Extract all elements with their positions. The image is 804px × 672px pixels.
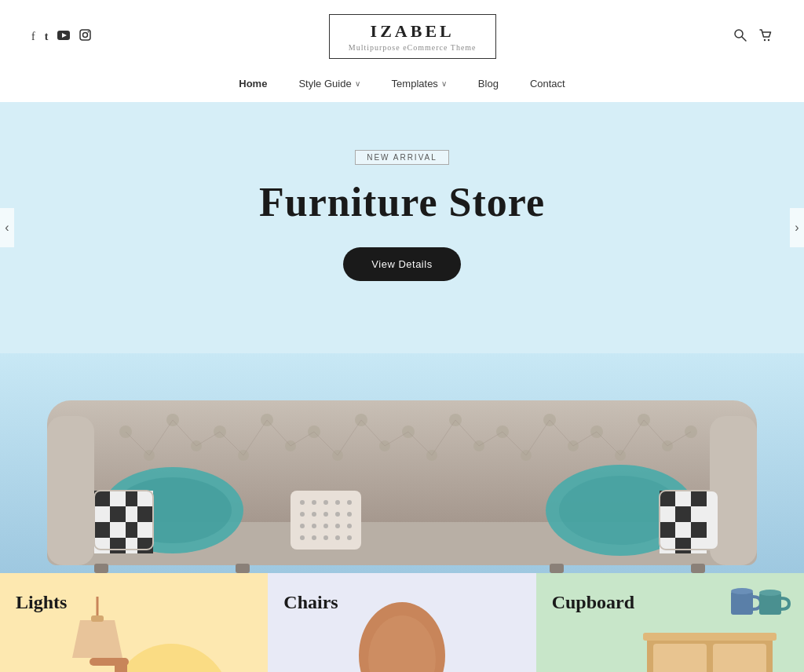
svg-point-85	[347, 535, 352, 540]
svg-rect-123	[691, 564, 705, 573]
svg-point-66	[300, 500, 305, 505]
nav-home[interactable]: Home	[239, 78, 267, 89]
sofa-illustration	[0, 353, 804, 573]
svg-point-71	[300, 512, 305, 517]
svg-rect-121	[236, 564, 250, 573]
svg-point-83	[323, 535, 328, 540]
svg-point-77	[312, 524, 316, 528]
logo-area: IZABEL Multipurpose eCommerce Theme	[329, 14, 496, 59]
nav-contact[interactable]: Contact	[530, 78, 565, 89]
new-arrival-badge: NEW ARRIVAL	[355, 150, 449, 165]
svg-rect-144	[643, 633, 777, 641]
cupboard-svg	[639, 612, 796, 672]
svg-rect-116	[660, 538, 675, 553]
svg-rect-141	[759, 593, 781, 615]
category-chairs[interactable]: Chairs	[268, 573, 535, 672]
svg-rect-112	[691, 506, 707, 522]
svg-rect-113	[660, 522, 675, 538]
svg-point-72	[312, 512, 316, 517]
svg-rect-115	[691, 522, 707, 538]
svg-rect-110	[660, 506, 675, 522]
svg-point-84	[335, 535, 340, 540]
svg-rect-108	[675, 491, 691, 506]
svg-rect-145	[653, 644, 707, 672]
svg-rect-101	[94, 538, 110, 553]
svg-point-81	[300, 535, 305, 540]
svg-rect-114	[675, 522, 691, 538]
svg-rect-109	[691, 491, 707, 506]
hero-prev-arrow[interactable]: ‹	[0, 208, 14, 247]
chair-svg	[331, 597, 473, 672]
svg-point-68	[323, 500, 328, 505]
svg-point-79	[335, 524, 340, 528]
youtube-icon[interactable]	[57, 31, 70, 43]
view-details-button[interactable]: View Details	[343, 247, 460, 281]
svg-marker-126	[72, 620, 122, 658]
svg-rect-146	[713, 644, 766, 672]
svg-point-3	[83, 33, 88, 38]
logo-border: IZABEL Multipurpose eCommerce Theme	[329, 14, 496, 59]
sofa-scene	[0, 353, 804, 573]
templates-chevron: ∨	[441, 79, 447, 88]
svg-point-69	[335, 500, 340, 505]
svg-rect-111	[675, 506, 691, 522]
svg-point-67	[312, 500, 316, 505]
brand-subtitle: Multipurpose eCommerce Theme	[349, 43, 477, 52]
nav-blog[interactable]: Blog	[478, 78, 499, 89]
hero-next-arrow[interactable]: ›	[790, 208, 804, 247]
svg-rect-120	[94, 564, 108, 573]
svg-point-76	[300, 524, 305, 528]
svg-rect-90	[110, 491, 126, 506]
svg-rect-104	[137, 538, 153, 553]
svg-rect-117	[675, 538, 691, 553]
top-bar: f t IZABEL Multipurpose eCommerce Theme	[0, 0, 804, 67]
cart-icon[interactable]	[758, 28, 773, 46]
svg-point-78	[323, 524, 328, 528]
svg-line-6	[742, 37, 746, 41]
search-icon[interactable]	[733, 28, 747, 46]
category-lights[interactable]: Lights	[0, 573, 268, 672]
twitter-icon[interactable]: t	[45, 31, 49, 43]
instagram-icon[interactable]	[79, 29, 91, 44]
svg-rect-93	[94, 506, 110, 522]
svg-rect-100	[137, 522, 153, 538]
categories-section: Lights Chairs	[0, 573, 804, 672]
svg-rect-118	[691, 538, 707, 553]
chairs-title: Chairs	[283, 592, 338, 613]
svg-rect-139	[731, 591, 753, 615]
cupboard-title: Cupboard	[552, 592, 634, 613]
svg-point-140	[731, 588, 753, 594]
top-right-icons	[733, 28, 773, 46]
svg-point-70	[347, 500, 352, 505]
svg-point-73	[323, 512, 328, 517]
nav-style-guide[interactable]: Style Guide ∨	[298, 78, 360, 89]
svg-rect-96	[137, 506, 153, 522]
hero-title: Furniture Store	[16, 179, 788, 225]
svg-rect-94	[110, 506, 126, 522]
social-icons: f t	[31, 29, 91, 44]
svg-rect-98	[110, 522, 126, 538]
svg-point-74	[335, 512, 340, 517]
svg-rect-65	[291, 491, 361, 550]
svg-point-4	[88, 31, 90, 33]
hero-section: ‹ NEW ARRIVAL Furniture Store View Detai…	[0, 102, 804, 353]
svg-point-142	[759, 590, 781, 596]
svg-point-7	[764, 38, 766, 40]
svg-rect-102	[110, 538, 126, 553]
svg-rect-97	[94, 522, 110, 538]
main-nav: Home Style Guide ∨ Templates ∨ Blog Cont…	[0, 67, 804, 102]
lights-title: Lights	[16, 592, 67, 613]
svg-point-8	[768, 38, 769, 40]
svg-point-82	[312, 535, 316, 540]
svg-rect-125	[90, 658, 129, 666]
nav-templates[interactable]: Templates ∨	[392, 78, 447, 89]
svg-rect-122	[550, 564, 564, 573]
brand-name: IZABEL	[349, 21, 477, 42]
facebook-icon[interactable]: f	[31, 31, 35, 43]
style-guide-chevron: ∨	[355, 79, 360, 88]
svg-rect-61	[47, 416, 94, 565]
svg-point-80	[347, 524, 352, 528]
svg-rect-127	[91, 615, 104, 622]
lamp-svg	[58, 597, 184, 672]
category-cupboard[interactable]: Cupboard	[536, 573, 804, 672]
